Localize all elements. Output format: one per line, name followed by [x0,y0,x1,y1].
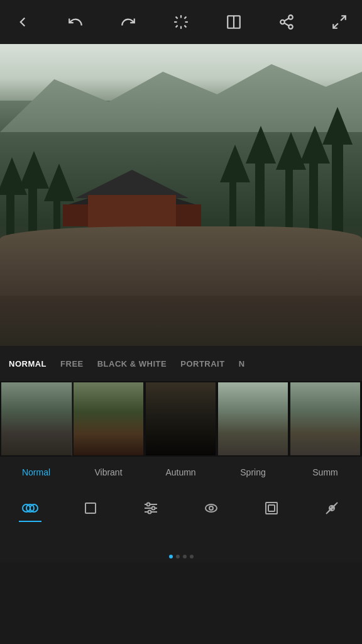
tool-crop[interactable] [79,497,102,522]
tool-filters[interactable] [19,497,41,522]
compare-button[interactable] [222,11,245,33]
filter-cat-more[interactable]: N [239,359,245,369]
svg-rect-20 [85,503,96,513]
dot-3 [183,555,187,558]
frame-icon [260,497,283,519]
svg-line-15 [341,16,346,21]
dot-1 [169,555,173,558]
svg-point-26 [148,511,151,514]
svg-point-24 [147,503,150,506]
filter-thumb-summer[interactable] [289,381,361,457]
adjust-icon [140,497,162,519]
tool-eye[interactable] [200,497,222,522]
top-toolbar [0,0,362,44]
filter-thumb-autumn[interactable] [145,381,217,457]
bottom-toolbar [0,488,362,551]
dot-4 [190,555,194,558]
filter-cat-free[interactable]: FREE [60,359,84,369]
svg-line-2 [176,17,178,19]
filter-cat-portrait[interactable]: PORTRAIT [180,359,224,369]
back-button[interactable] [11,11,34,33]
svg-line-14 [284,18,288,21]
heal-icon [321,497,343,519]
filter-names: Normal Vibrant Autumn Spring Summ [0,457,362,488]
dot-2 [176,555,180,558]
filter-name-normal[interactable]: Normal [0,467,72,477]
svg-point-10 [288,15,293,19]
filter-strip [0,381,362,457]
filter-name-summer[interactable]: Summ [289,467,361,477]
tool-heal[interactable] [321,497,343,522]
filters-icon [19,497,41,519]
magic-button[interactable] [170,11,192,33]
undo-button[interactable] [64,11,87,33]
svg-rect-29 [266,502,277,514]
tool-frame[interactable] [260,497,283,522]
svg-point-28 [209,506,213,510]
dot-indicators [0,551,362,562]
svg-line-6 [176,25,178,27]
filter-name-vibrant[interactable]: Vibrant [72,467,145,477]
filter-name-spring[interactable]: Spring [217,467,289,477]
svg-point-25 [152,507,155,510]
svg-line-13 [284,23,288,26]
redo-button[interactable] [117,11,140,33]
svg-line-3 [184,25,186,27]
eye-icon [200,497,222,519]
fullscreen-button[interactable] [328,11,351,33]
tool-adjust[interactable] [140,497,162,522]
svg-point-27 [206,504,217,512]
main-image [0,44,362,346]
svg-point-11 [280,20,285,25]
filter-thumb-spring[interactable] [217,381,289,457]
svg-point-12 [288,25,293,29]
svg-rect-30 [268,505,275,511]
filter-thumb-vibrant[interactable] [72,381,145,457]
svg-line-7 [184,17,186,19]
filter-name-autumn[interactable]: Autumn [145,467,217,477]
crop-icon [79,497,102,519]
svg-line-16 [333,23,338,28]
filter-cat-bw[interactable]: BLACK & WHITE [97,359,167,369]
filter-cat-normal[interactable]: NORMAL [9,359,47,369]
share-button[interactable] [275,11,298,33]
filter-thumb-normal[interactable] [0,381,72,457]
filter-categories: NORMAL FREE BLACK & WHITE PORTRAIT N [0,346,362,381]
